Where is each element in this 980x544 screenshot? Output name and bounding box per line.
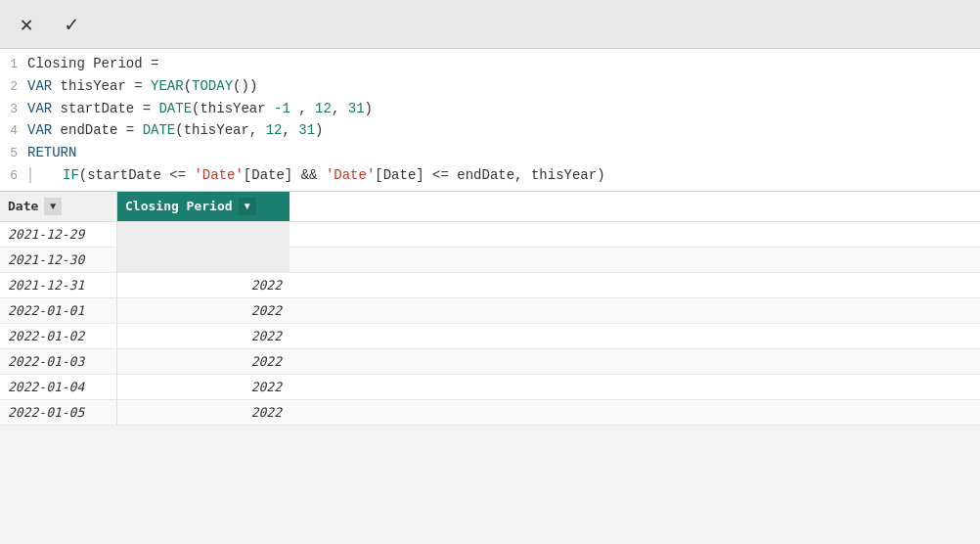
line-content: RETURN xyxy=(27,142,980,163)
cell-date: 2021-12-29 xyxy=(0,222,117,247)
confirm-button[interactable]: ✓ xyxy=(57,10,86,39)
cell-closing-period: 2022 xyxy=(117,298,290,323)
cell-closing-period: 2022 xyxy=(117,349,290,374)
data-table: Date ▼ Closing Period ▼ 2021-12-292021-1… xyxy=(0,192,980,426)
code-line: 1Closing Period = xyxy=(0,53,980,75)
cell-date: 2022-01-03 xyxy=(0,349,117,374)
line-number: 3 xyxy=(0,100,27,120)
line-number: 2 xyxy=(0,77,27,98)
col-date-label: Date xyxy=(8,199,38,213)
code-line: 5RETURN xyxy=(0,142,980,164)
cell-date: 2021-12-30 xyxy=(0,248,117,272)
line-content: Closing Period = xyxy=(27,53,980,74)
cell-date: 2022-01-02 xyxy=(0,324,117,348)
col-closing-label: Closing Period xyxy=(125,199,233,213)
code-line: 6IF(startDate <= 'Date'[Date] && 'Date'[… xyxy=(0,164,980,187)
cell-date: 2022-01-04 xyxy=(0,375,117,399)
code-editor[interactable]: 1Closing Period =2VAR thisYear = YEAR(TO… xyxy=(0,49,980,192)
line-number: 4 xyxy=(0,121,27,142)
cell-date: 2022-01-05 xyxy=(0,400,117,425)
table-row: 2022-01-012022 xyxy=(0,298,980,324)
line-number: 6 xyxy=(0,166,27,187)
table-row: 2022-01-052022 xyxy=(0,400,980,426)
table-row: 2022-01-032022 xyxy=(0,349,980,375)
closing-filter-button[interactable]: ▼ xyxy=(239,198,256,215)
table-header: Date ▼ Closing Period ▼ xyxy=(0,192,980,222)
line-number: 1 xyxy=(0,55,27,75)
col-date-header: Date ▼ xyxy=(0,192,117,221)
cancel-button[interactable]: ✕ xyxy=(12,10,41,39)
table-row: 2022-01-042022 xyxy=(0,375,980,400)
table-row: 2022-01-022022 xyxy=(0,324,980,349)
col-closing-header: Closing Period ▼ xyxy=(117,192,290,221)
cell-date: 2021-12-31 xyxy=(0,273,117,297)
line-content: VAR endDate = DATE(thisYear, 12, 31) xyxy=(27,119,980,141)
table-row: 2021-12-312022 xyxy=(0,273,980,298)
cell-closing-period: 2022 xyxy=(117,273,290,297)
table-row: 2021-12-29 xyxy=(0,222,980,248)
cell-closing-period: 2022 xyxy=(117,375,290,399)
cell-closing-period: 2022 xyxy=(117,324,290,348)
cell-date: 2022-01-01 xyxy=(0,298,117,323)
code-line: 2VAR thisYear = YEAR(TODAY()) xyxy=(0,75,980,98)
table-body: 2021-12-292021-12-302021-12-3120222022-0… xyxy=(0,222,980,426)
code-line: 4VAR endDate = DATE(thisYear, 12, 31) xyxy=(0,119,980,142)
toolbar: ✕ ✓ xyxy=(0,0,980,49)
date-filter-button[interactable]: ▼ xyxy=(44,198,62,215)
code-line: 3VAR startDate = DATE(thisYear -1 , 12, … xyxy=(0,98,980,120)
line-number: 5 xyxy=(0,144,27,164)
cell-closing-period xyxy=(117,222,290,247)
line-content: IF(startDate <= 'Date'[Date] && 'Date'[D… xyxy=(27,164,980,186)
cell-closing-period xyxy=(117,248,290,272)
table-row: 2021-12-30 xyxy=(0,248,980,273)
line-content: VAR startDate = DATE(thisYear -1 , 12, 3… xyxy=(27,98,980,119)
cell-closing-period: 2022 xyxy=(117,400,290,425)
line-content: VAR thisYear = YEAR(TODAY()) xyxy=(27,75,980,97)
